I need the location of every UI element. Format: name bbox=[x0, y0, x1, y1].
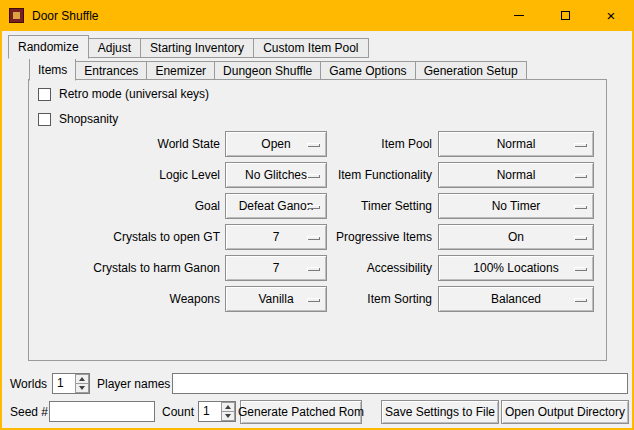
progressive-items-value: On bbox=[508, 225, 524, 249]
item-functionality-value: Normal bbox=[497, 163, 536, 187]
tab-adjust[interactable]: Adjust bbox=[88, 38, 141, 58]
count-spinner[interactable]: 1 bbox=[198, 401, 236, 422]
tab-entrances[interactable]: Entrances bbox=[75, 61, 147, 80]
close-button[interactable]: × bbox=[588, 0, 634, 31]
arrow-down-icon bbox=[225, 414, 231, 418]
seed-input[interactable] bbox=[49, 401, 155, 422]
generate-patched-rom-button[interactable]: Generate Patched Rom bbox=[240, 400, 362, 424]
tab-generation-setup[interactable]: Generation Setup bbox=[415, 61, 527, 80]
worlds-spinner[interactable]: 1 bbox=[52, 373, 90, 394]
timer-setting-value: No Timer bbox=[492, 194, 541, 218]
accessibility-dropdown[interactable]: 100% Locations bbox=[438, 255, 594, 281]
accessibility-label: Accessibility bbox=[292, 255, 432, 281]
item-pool-label: Item Pool bbox=[292, 131, 432, 157]
app-icon bbox=[9, 8, 24, 23]
retro-mode-checkbox-row: Retro mode (universal keys) bbox=[38, 86, 209, 102]
timer-setting-dropdown[interactable]: No Timer bbox=[438, 193, 594, 219]
dropdown-indicator-icon bbox=[574, 143, 587, 147]
crystals-gt-value: 7 bbox=[273, 225, 280, 249]
crystals-ganon-label: Crystals to harm Ganon bbox=[32, 255, 220, 281]
goal-label: Goal bbox=[32, 193, 220, 219]
worlds-spin-arrows bbox=[75, 374, 89, 393]
shopsanity-checkbox-row: Shopsanity bbox=[38, 111, 118, 127]
weapons-label: Weapons bbox=[32, 286, 220, 312]
logic-level-label: Logic Level bbox=[32, 162, 220, 188]
world-state-value: Open bbox=[261, 132, 290, 156]
worlds-label: Worlds bbox=[10, 373, 47, 395]
worlds-value: 1 bbox=[53, 374, 75, 393]
count-value: 1 bbox=[199, 402, 221, 421]
item-pool-value: Normal bbox=[497, 132, 536, 156]
retro-mode-checkbox[interactable] bbox=[38, 88, 51, 101]
close-icon: × bbox=[607, 8, 616, 23]
player-names-input[interactable] bbox=[172, 373, 628, 394]
outer-tab-bar: Randomize Adjust Starting Inventory Cust… bbox=[8, 33, 368, 58]
open-output-directory-button[interactable]: Open Output Directory bbox=[501, 400, 629, 424]
count-spin-arrows bbox=[221, 402, 235, 421]
dropdown-indicator-icon bbox=[574, 205, 587, 209]
count-label: Count bbox=[162, 401, 194, 423]
weapons-value: Vanilla bbox=[258, 287, 293, 311]
spin-up-button[interactable] bbox=[221, 402, 235, 412]
arrow-down-icon bbox=[79, 386, 85, 390]
tab-enemizer[interactable]: Enemizer bbox=[146, 61, 215, 80]
item-sorting-dropdown[interactable]: Balanced bbox=[438, 286, 594, 312]
accessibility-value: 100% Locations bbox=[473, 256, 558, 280]
progressive-items-dropdown[interactable]: On bbox=[438, 224, 594, 250]
item-sorting-value: Balanced bbox=[491, 287, 541, 311]
shopsanity-checkbox[interactable] bbox=[38, 113, 51, 126]
dropdown-indicator-icon bbox=[574, 298, 587, 302]
world-state-label: World State bbox=[32, 131, 220, 157]
crystals-ganon-value: 7 bbox=[273, 256, 280, 280]
spin-up-button[interactable] bbox=[75, 374, 89, 384]
seed-label: Seed # bbox=[10, 401, 48, 423]
tab-starting-inventory[interactable]: Starting Inventory bbox=[140, 38, 254, 58]
maximize-button[interactable] bbox=[542, 0, 588, 31]
player-names-label: Player names bbox=[97, 373, 170, 395]
minimize-icon bbox=[514, 15, 524, 16]
shopsanity-label: Shopsanity bbox=[59, 112, 118, 126]
tab-dungeon-shuffle[interactable]: Dungeon Shuffle bbox=[214, 61, 321, 80]
dropdown-indicator-icon bbox=[574, 267, 587, 271]
dropdown-indicator-icon bbox=[574, 174, 587, 178]
window-controls: × bbox=[496, 0, 634, 31]
maximize-icon bbox=[561, 11, 570, 20]
save-settings-button[interactable]: Save Settings to File bbox=[381, 400, 499, 424]
dropdown-indicator-icon bbox=[574, 236, 587, 240]
arrow-up-icon bbox=[79, 377, 85, 381]
timer-setting-label: Timer Setting bbox=[292, 193, 432, 219]
progressive-items-label: Progressive Items bbox=[292, 224, 432, 250]
spin-down-button[interactable] bbox=[75, 384, 89, 393]
tab-items[interactable]: Items bbox=[29, 58, 76, 81]
crystals-gt-label: Crystals to open GT bbox=[32, 224, 220, 250]
tab-randomize[interactable]: Randomize bbox=[8, 35, 89, 59]
item-functionality-label: Item Functionality bbox=[292, 162, 432, 188]
spin-down-button[interactable] bbox=[221, 412, 235, 421]
item-functionality-dropdown[interactable]: Normal bbox=[438, 162, 594, 188]
item-pool-dropdown[interactable]: Normal bbox=[438, 131, 594, 157]
arrow-up-icon bbox=[225, 405, 231, 409]
door-shuffle-window: Door Shuffle × Randomize Adjust Starting… bbox=[0, 0, 634, 430]
window-title: Door Shuffle bbox=[32, 9, 99, 23]
item-sorting-label: Item Sorting bbox=[292, 286, 432, 312]
tab-game-options[interactable]: Game Options bbox=[320, 61, 415, 80]
retro-mode-label: Retro mode (universal keys) bbox=[59, 87, 209, 101]
title-bar[interactable]: Door Shuffle × bbox=[0, 0, 634, 31]
minimize-button[interactable] bbox=[496, 0, 542, 31]
tab-custom-item-pool[interactable]: Custom Item Pool bbox=[253, 38, 368, 58]
inner-tab-bar: Items Entrances Enemizer Dungeon Shuffle… bbox=[29, 57, 526, 80]
